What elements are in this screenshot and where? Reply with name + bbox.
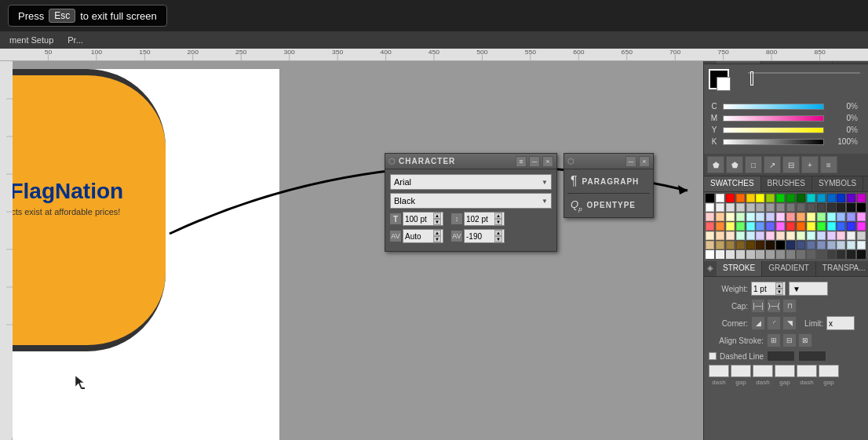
icon-btn-7[interactable]: ≡ <box>820 156 837 173</box>
swatch-cell[interactable] <box>706 250 714 259</box>
swatch-cell[interactable] <box>847 213 855 221</box>
leading-up[interactable]: ▲ <box>494 213 502 219</box>
swatch-cell[interactable] <box>827 241 836 249</box>
swatch-cell[interactable] <box>847 250 855 259</box>
swatch-cell[interactable] <box>817 203 826 212</box>
swatch-cell[interactable] <box>776 194 785 202</box>
swatch-cell[interactable] <box>706 213 714 221</box>
swatch-cell[interactable] <box>746 203 755 212</box>
swatch-cell[interactable] <box>716 222 724 231</box>
swatch-cell[interactable] <box>857 250 866 259</box>
swatch-cell[interactable] <box>726 231 735 240</box>
swatch-cell[interactable] <box>807 241 815 249</box>
swatch-cell[interactable] <box>756 231 764 240</box>
swatch-cell[interactable] <box>746 222 755 231</box>
swatch-cell[interactable] <box>756 203 764 212</box>
tracking-up[interactable]: ▲ <box>494 230 502 236</box>
character-font-style-select[interactable]: Black ▼ <box>390 193 552 209</box>
swatch-cell[interactable] <box>716 231 724 240</box>
color-m-slider[interactable] <box>723 115 824 122</box>
swatch-cell[interactable] <box>807 231 815 240</box>
swatch-cell[interactable] <box>756 194 764 202</box>
icon-btn-4[interactable]: ↗ <box>764 156 781 173</box>
tab-stroke[interactable]: STROKE <box>717 261 762 276</box>
swatch-cell[interactable] <box>786 194 795 202</box>
character-size-input[interactable]: 100 pt ▲ ▼ <box>403 212 443 226</box>
gap-1[interactable] <box>731 365 751 377</box>
character-font-family-select[interactable]: Arial ▼ <box>390 174 552 190</box>
kerning-down[interactable]: ▼ <box>433 236 441 242</box>
character-leading-input[interactable]: 102 pt ▲ ▼ <box>464 212 505 226</box>
kerning-up[interactable]: ▲ <box>433 230 441 236</box>
swatch-cell[interactable] <box>827 222 836 231</box>
character-panel-btn-minimize[interactable]: ─ <box>529 156 540 167</box>
character-panel-btn-extra[interactable]: ≡ <box>516 156 527 167</box>
icon-btn-5[interactable]: ⊟ <box>782 156 800 173</box>
swatch-cell[interactable] <box>827 250 836 259</box>
corner-bevel[interactable]: ◥ <box>782 316 797 330</box>
swatch-cell[interactable] <box>726 213 735 221</box>
swatch-cell[interactable] <box>776 222 785 231</box>
swatch-cell[interactable] <box>817 194 826 202</box>
swatch-cell[interactable] <box>817 213 826 221</box>
swatch-cell[interactable] <box>837 231 845 240</box>
swatch-cell[interactable] <box>807 213 815 221</box>
swatch-cell[interactable] <box>817 231 826 240</box>
dash-2[interactable] <box>753 365 773 377</box>
swatch-cell[interactable] <box>716 241 724 249</box>
swatch-cell[interactable] <box>766 241 775 249</box>
paragraph-panel-btn-close[interactable]: × <box>639 156 650 167</box>
swatch-cell[interactable] <box>726 203 735 212</box>
color-k-slider[interactable] <box>723 139 824 145</box>
swatch-cell[interactable] <box>736 203 745 212</box>
swatch-cell[interactable] <box>706 231 714 240</box>
swatch-cell[interactable] <box>837 250 845 259</box>
swatch-cell[interactable] <box>716 250 724 259</box>
tracking-down[interactable]: ▼ <box>494 236 502 242</box>
swatch-cell[interactable] <box>797 241 805 249</box>
swatch-cell[interactable] <box>786 241 795 249</box>
tab-brushes[interactable]: BRUSHES <box>761 176 812 191</box>
swatch-cell[interactable] <box>807 203 815 212</box>
swatch-cell[interactable] <box>756 250 764 259</box>
swatch-cell[interactable] <box>797 222 805 231</box>
swatch-cell[interactable] <box>706 194 714 202</box>
swatch-cell[interactable] <box>706 222 714 231</box>
swatch-cell[interactable] <box>776 250 785 259</box>
opentype-row[interactable]: Qp OPENTYPE <box>564 194 653 217</box>
swatch-cell[interactable] <box>786 203 795 212</box>
swatch-cell[interactable] <box>797 231 805 240</box>
align-center[interactable]: ⊞ <box>767 333 781 347</box>
bg-color-swatch[interactable] <box>717 77 731 91</box>
gap-3[interactable] <box>819 365 839 377</box>
swatch-cell[interactable] <box>736 250 745 259</box>
swatch-cell[interactable] <box>847 194 855 202</box>
swatch-cell[interactable] <box>786 222 795 231</box>
swatch-cell[interactable] <box>766 250 775 259</box>
swatch-cell[interactable] <box>736 231 745 240</box>
cap-butt[interactable]: |—| <box>751 299 765 313</box>
cap-square[interactable]: ⊓ <box>782 299 797 313</box>
swatch-cell[interactable] <box>766 222 775 231</box>
swatch-cell[interactable] <box>827 213 836 221</box>
swatch-cell[interactable] <box>786 250 795 259</box>
swatch-cell[interactable] <box>746 213 755 221</box>
icon-btn-3[interactable]: □ <box>745 156 762 173</box>
swatch-cell[interactable] <box>797 194 805 202</box>
swatch-cell[interactable] <box>827 203 836 212</box>
swatch-cell[interactable] <box>817 241 826 249</box>
swatch-cell[interactable] <box>807 250 815 259</box>
swatch-cell[interactable] <box>766 194 775 202</box>
color-spectrum[interactable] <box>748 72 860 74</box>
swatch-cell[interactable] <box>857 203 866 212</box>
swatch-cell[interactable] <box>776 231 785 240</box>
swatch-cell[interactable] <box>716 213 724 221</box>
limit-input[interactable]: x <box>826 316 855 330</box>
dashed-checkbox[interactable] <box>709 352 717 360</box>
swatch-cell[interactable] <box>786 213 795 221</box>
swatch-cell[interactable] <box>746 250 755 259</box>
swatch-cell[interactable] <box>736 194 745 202</box>
character-kerning-input[interactable]: Auto ▲ ▼ <box>403 229 443 243</box>
size-spinners[interactable]: ▲ ▼ <box>433 213 441 225</box>
swatch-cell[interactable] <box>746 231 755 240</box>
